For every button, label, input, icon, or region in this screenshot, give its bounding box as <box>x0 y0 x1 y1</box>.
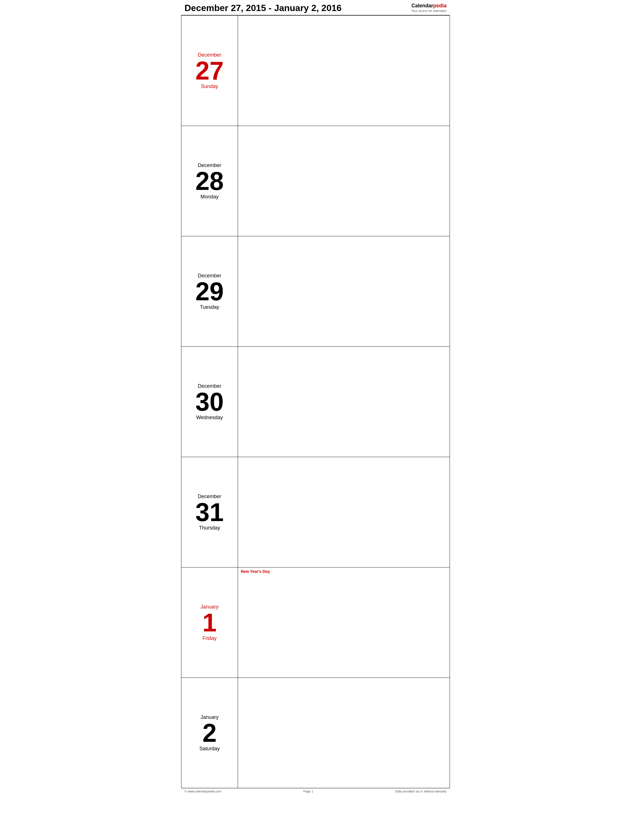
day-row: December30Wednesday <box>181 347 450 457</box>
day-number: 31 <box>195 499 224 525</box>
page-footer: © www.calendarpedia.com Page 1 Data prov… <box>181 788 450 794</box>
day-weekday: Thursday <box>199 525 220 531</box>
day-number: 27 <box>195 58 224 84</box>
page-title: December 27, 2015 - January 2, 2016 <box>185 3 342 13</box>
day-weekday: Saturday <box>199 746 219 752</box>
logo-calendar: Calendar <box>412 3 433 8</box>
day-content: New Year's Day <box>238 567 450 677</box>
calendar-grid: December27SundayDecember28MondayDecember… <box>181 16 450 788</box>
holiday-label: New Year's Day <box>241 569 447 574</box>
day-weekday: Monday <box>200 194 218 200</box>
day-number: 2 <box>202 720 216 746</box>
page-header: December 27, 2015 - January 2, 2016 Cale… <box>181 0 450 16</box>
day-content <box>238 678 450 788</box>
day-number: 28 <box>195 168 224 194</box>
day-content <box>238 126 450 236</box>
day-content <box>238 236 450 346</box>
day-number: 1 <box>202 610 216 635</box>
day-label: January1Friday <box>181 567 238 677</box>
page-wrapper: December 27, 2015 - January 2, 2016 Cale… <box>181 0 450 794</box>
logo-sub: Your source for calendars <box>411 9 446 13</box>
day-number: 29 <box>195 279 224 304</box>
day-row: December27Sunday <box>181 16 450 126</box>
day-label: December27Sunday <box>181 16 238 126</box>
footer-copyright: © www.calendarpedia.com <box>185 789 221 793</box>
day-content <box>238 457 450 567</box>
day-content <box>238 347 450 457</box>
day-row: January2Saturday <box>181 678 450 788</box>
day-row: December29Tuesday <box>181 236 450 347</box>
day-label: January2Saturday <box>181 678 238 788</box>
day-content <box>238 16 450 126</box>
day-label: December29Tuesday <box>181 236 238 346</box>
day-weekday: Tuesday <box>200 304 219 310</box>
footer-disclaimer: Data provided 'as is' without warranty <box>395 789 446 793</box>
logo-text: Calendarpedia <box>411 3 446 9</box>
footer-page: Page 1 <box>303 789 313 793</box>
day-label: December28Monday <box>181 126 238 236</box>
logo-area: Calendarpedia Your source for calendars <box>411 3 446 13</box>
day-row: December28Monday <box>181 126 450 236</box>
day-label: December30Wednesday <box>181 347 238 457</box>
day-row: December31Thursday <box>181 457 450 567</box>
logo-pedia: pedia <box>433 3 446 8</box>
day-weekday: Sunday <box>201 84 218 90</box>
day-number: 30 <box>195 389 224 415</box>
day-row: January1FridayNew Year's Day <box>181 567 450 678</box>
day-weekday: Wednesday <box>196 415 223 420</box>
day-label: December31Thursday <box>181 457 238 567</box>
day-weekday: Friday <box>202 635 216 641</box>
